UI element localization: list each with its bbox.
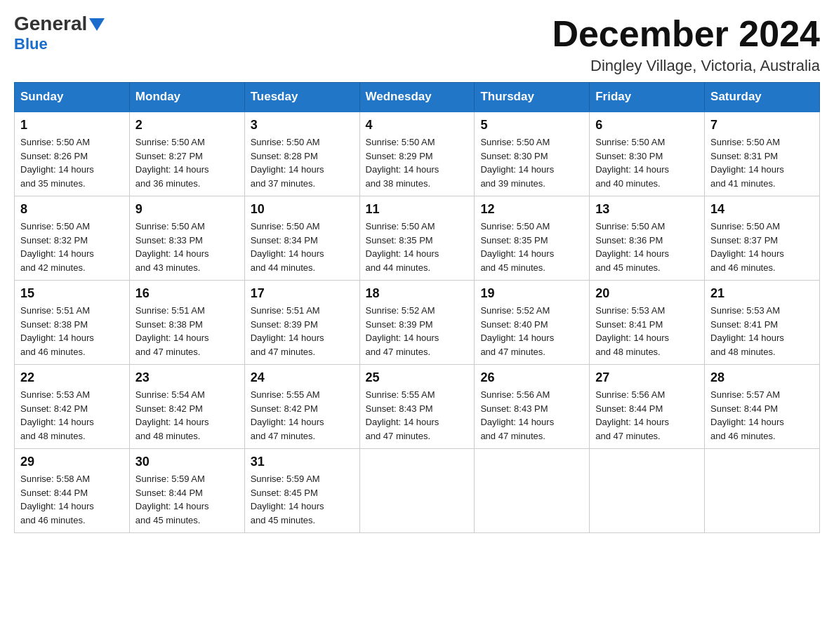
day-info: Sunrise: 5:52 AMSunset: 8:39 PMDaylight:… [366,304,469,358]
day-number: 7 [710,118,814,133]
calendar-cell: 23Sunrise: 5:54 AMSunset: 8:42 PMDayligh… [129,365,244,449]
day-number: 20 [595,286,699,301]
calendar-header: SundayMondayTuesdayWednesdayThursdayFrid… [15,83,820,112]
day-number: 9 [135,202,239,217]
calendar-cell: 25Sunrise: 5:55 AMSunset: 8:43 PMDayligh… [359,365,475,449]
calendar-cell [475,449,590,533]
calendar-cell: 11Sunrise: 5:50 AMSunset: 8:35 PMDayligh… [359,196,475,281]
logo: General Blue [14,14,105,53]
day-info: Sunrise: 5:51 AMSunset: 8:39 PMDaylight:… [251,304,354,358]
calendar-cell: 12Sunrise: 5:50 AMSunset: 8:35 PMDayligh… [475,196,590,281]
header-wednesday: Wednesday [359,83,475,112]
day-number: 21 [710,286,814,301]
day-info: Sunrise: 5:50 AMSunset: 8:34 PMDaylight:… [251,220,354,274]
day-info: Sunrise: 5:50 AMSunset: 8:30 PMDaylight:… [595,135,699,190]
calendar-cell: 1Sunrise: 5:50 AMSunset: 8:26 PMDaylight… [15,112,130,196]
calendar-cell: 3Sunrise: 5:50 AMSunset: 8:28 PMDaylight… [244,112,359,196]
day-number: 2 [135,118,239,133]
calendar-cell: 28Sunrise: 5:57 AMSunset: 8:44 PMDayligh… [705,365,820,449]
day-number: 16 [135,286,239,301]
calendar-cell: 26Sunrise: 5:56 AMSunset: 8:43 PMDayligh… [475,365,590,449]
day-number: 6 [595,118,699,133]
day-info: Sunrise: 5:53 AMSunset: 8:41 PMDaylight:… [710,304,814,358]
header-friday: Friday [590,83,705,112]
day-info: Sunrise: 5:50 AMSunset: 8:29 PMDaylight:… [366,135,469,190]
day-number: 3 [251,118,354,133]
calendar-cell: 30Sunrise: 5:59 AMSunset: 8:44 PMDayligh… [129,449,244,533]
calendar-table: SundayMondayTuesdayWednesdayThursdayFrid… [14,82,820,533]
calendar-cell [359,449,475,533]
logo-triangle-icon [89,18,105,32]
calendar-cell: 5Sunrise: 5:50 AMSunset: 8:30 PMDaylight… [475,112,590,196]
day-number: 23 [135,370,239,385]
week-row-4: 22Sunrise: 5:53 AMSunset: 8:42 PMDayligh… [15,365,820,449]
day-info: Sunrise: 5:50 AMSunset: 8:35 PMDaylight:… [480,220,583,274]
day-info: Sunrise: 5:50 AMSunset: 8:37 PMDaylight:… [710,220,814,274]
header-thursday: Thursday [475,83,590,112]
week-row-5: 29Sunrise: 5:58 AMSunset: 8:44 PMDayligh… [15,449,820,533]
day-number: 12 [480,202,583,217]
page-header: General Blue December 2024 Dingley Villa… [14,14,820,75]
header-saturday: Saturday [705,83,820,112]
day-info: Sunrise: 5:53 AMSunset: 8:41 PMDaylight:… [595,304,699,358]
day-number: 4 [366,118,469,133]
calendar-cell: 14Sunrise: 5:50 AMSunset: 8:37 PMDayligh… [705,196,820,281]
day-info: Sunrise: 5:50 AMSunset: 8:33 PMDaylight:… [135,220,239,274]
calendar-cell: 13Sunrise: 5:50 AMSunset: 8:36 PMDayligh… [590,196,705,281]
day-info: Sunrise: 5:50 AMSunset: 8:36 PMDaylight:… [595,220,699,274]
day-info: Sunrise: 5:55 AMSunset: 8:42 PMDaylight:… [251,388,354,443]
day-info: Sunrise: 5:50 AMSunset: 8:32 PMDaylight:… [20,220,124,274]
day-number: 31 [251,455,354,469]
day-number: 5 [480,118,583,133]
day-info: Sunrise: 5:59 AMSunset: 8:45 PMDaylight:… [251,472,354,527]
week-row-3: 15Sunrise: 5:51 AMSunset: 8:38 PMDayligh… [15,281,820,365]
day-number: 8 [20,202,124,217]
day-info: Sunrise: 5:58 AMSunset: 8:44 PMDaylight:… [20,472,124,527]
day-info: Sunrise: 5:56 AMSunset: 8:44 PMDaylight:… [595,388,699,443]
header-sunday: Sunday [15,83,130,112]
logo-blue: Blue [14,35,48,53]
day-info: Sunrise: 5:53 AMSunset: 8:42 PMDaylight:… [20,388,124,443]
title-block: December 2024 Dingley Village, Victoria,… [552,14,820,75]
svg-marker-0 [89,18,105,31]
calendar-cell: 27Sunrise: 5:56 AMSunset: 8:44 PMDayligh… [590,365,705,449]
calendar-cell: 22Sunrise: 5:53 AMSunset: 8:42 PMDayligh… [15,365,130,449]
day-number: 29 [20,455,124,469]
calendar-cell [705,449,820,533]
day-info: Sunrise: 5:54 AMSunset: 8:42 PMDaylight:… [135,388,239,443]
calendar-cell: 24Sunrise: 5:55 AMSunset: 8:42 PMDayligh… [244,365,359,449]
calendar-cell [590,449,705,533]
day-number: 24 [251,370,354,385]
calendar-cell: 15Sunrise: 5:51 AMSunset: 8:38 PMDayligh… [15,281,130,365]
calendar-cell: 8Sunrise: 5:50 AMSunset: 8:32 PMDaylight… [15,196,130,281]
day-number: 22 [20,370,124,385]
calendar-cell: 29Sunrise: 5:58 AMSunset: 8:44 PMDayligh… [15,449,130,533]
day-info: Sunrise: 5:55 AMSunset: 8:43 PMDaylight:… [366,388,469,443]
calendar-cell: 21Sunrise: 5:53 AMSunset: 8:41 PMDayligh… [705,281,820,365]
day-info: Sunrise: 5:51 AMSunset: 8:38 PMDaylight:… [20,304,124,358]
day-info: Sunrise: 5:50 AMSunset: 8:27 PMDaylight:… [135,135,239,190]
day-info: Sunrise: 5:50 AMSunset: 8:26 PMDaylight:… [20,135,124,190]
calendar-cell: 18Sunrise: 5:52 AMSunset: 8:39 PMDayligh… [359,281,475,365]
day-info: Sunrise: 5:50 AMSunset: 8:31 PMDaylight:… [710,135,814,190]
day-number: 11 [366,202,469,217]
calendar-cell: 9Sunrise: 5:50 AMSunset: 8:33 PMDaylight… [129,196,244,281]
day-number: 25 [366,370,469,385]
day-number: 19 [480,286,583,301]
day-number: 10 [251,202,354,217]
day-info: Sunrise: 5:59 AMSunset: 8:44 PMDaylight:… [135,472,239,527]
day-number: 30 [135,455,239,469]
day-info: Sunrise: 5:57 AMSunset: 8:44 PMDaylight:… [710,388,814,443]
day-info: Sunrise: 5:51 AMSunset: 8:38 PMDaylight:… [135,304,239,358]
week-row-2: 8Sunrise: 5:50 AMSunset: 8:32 PMDaylight… [15,196,820,281]
header-monday: Monday [129,83,244,112]
day-number: 18 [366,286,469,301]
day-number: 17 [251,286,354,301]
calendar-cell: 20Sunrise: 5:53 AMSunset: 8:41 PMDayligh… [590,281,705,365]
calendar-cell: 17Sunrise: 5:51 AMSunset: 8:39 PMDayligh… [244,281,359,365]
day-number: 27 [595,370,699,385]
day-number: 1 [20,118,124,133]
location-subtitle: Dingley Village, Victoria, Australia [552,57,820,75]
calendar-body: 1Sunrise: 5:50 AMSunset: 8:26 PMDaylight… [15,112,820,533]
day-number: 14 [710,202,814,217]
